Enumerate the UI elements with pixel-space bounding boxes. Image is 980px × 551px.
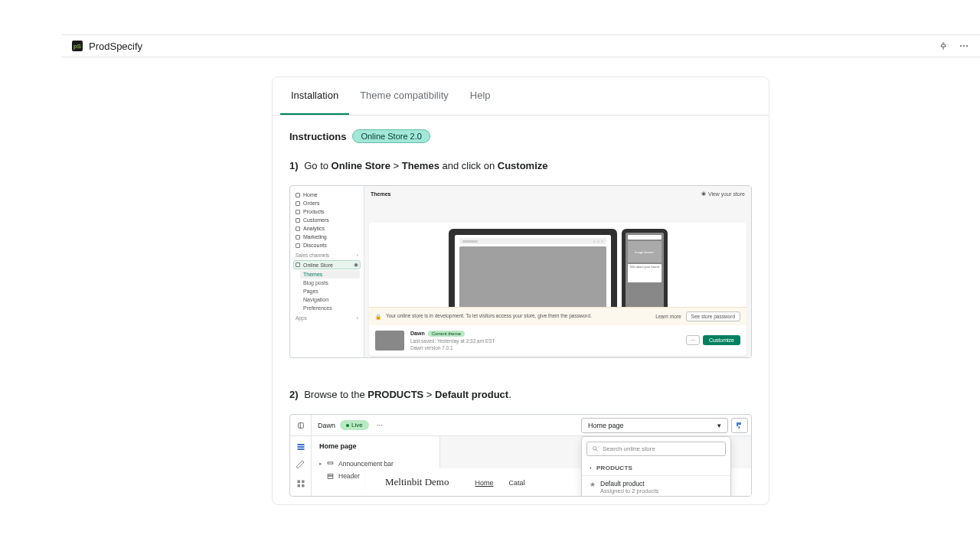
top-spacer — [0, 0, 980, 34]
search-input: Search online store — [586, 442, 726, 456]
chevron-left-icon: ‹ — [590, 465, 592, 471]
dropdown-option: ★ Default productAssigned to 2 products — [582, 476, 730, 497]
svg-rect-13 — [328, 474, 333, 475]
preview-nav-home: Home — [475, 479, 493, 487]
nav-home: Home — [294, 191, 360, 199]
step-1-pre: Go to — [304, 160, 331, 171]
customize-button: Customize — [703, 335, 740, 345]
svg-rect-7 — [297, 448, 304, 450]
svg-point-0 — [960, 45, 962, 47]
page-select: Home page▾ — [581, 418, 728, 433]
shot1-title: Themes — [371, 191, 390, 197]
tab-theme-compat[interactable]: Theme compatibility — [349, 77, 459, 115]
step-1-num: 1) — [289, 160, 299, 171]
announcement-icon — [327, 461, 334, 468]
step-2-pre: Browse to the — [304, 389, 368, 400]
svg-rect-3 — [298, 422, 303, 428]
svg-rect-12 — [328, 461, 333, 463]
tab-installation[interactable]: Installation — [280, 77, 349, 115]
svg-rect-6 — [297, 446, 304, 448]
header-icon — [327, 473, 334, 480]
notice-btn: See store password — [686, 311, 740, 321]
live-badge: Live — [340, 420, 369, 430]
svg-rect-8 — [297, 481, 300, 484]
tabs: Installation Theme compatibility Help — [273, 77, 769, 116]
theme-name: Dawn — [410, 330, 425, 337]
eye-icon: ◉ — [354, 262, 358, 268]
back-icon — [290, 415, 312, 435]
app-name: ProdSpecify — [89, 41, 142, 52]
chevron-down-icon: ▾ — [717, 422, 721, 429]
screenshot-1: Home Orders Products Customers Analytics… — [289, 185, 752, 358]
theme-badge: Current theme — [428, 331, 465, 337]
opt-title: Default product — [600, 480, 658, 487]
nav-customers: Customers — [294, 216, 360, 224]
svg-rect-14 — [328, 476, 333, 478]
nav-marketing: Marketing — [294, 233, 360, 241]
search-icon — [592, 445, 599, 452]
nav-products: Products — [294, 207, 360, 216]
tab-help[interactable]: Help — [459, 77, 501, 115]
svg-rect-4 — [739, 426, 740, 429]
nav-analytics: Analytics — [294, 224, 360, 233]
star-icon: ★ — [590, 481, 596, 488]
device-desktop — [449, 229, 617, 307]
notice-text: Your online store is in development. To … — [386, 313, 651, 319]
nav-apps: Apps› — [294, 312, 360, 322]
page-select-dropdown: Search online store ‹PRODUCTS ★ Default … — [581, 436, 731, 497]
mobile-text: Talk about your brand — [628, 264, 662, 282]
theme-row: DawnCurrent theme Last saved: Yesterday … — [369, 325, 746, 356]
shot1-sidebar: Home Orders Products Customers Analytics… — [290, 186, 364, 357]
nav-pages: Pages — [294, 287, 360, 295]
svg-rect-5 — [297, 444, 304, 445]
device-mobile: Image banner Talk about your brand — [622, 229, 668, 307]
step-2-num: 2) — [289, 389, 299, 400]
view-store: ◉View your store — [701, 191, 745, 197]
svg-point-1 — [963, 45, 965, 47]
sections-icon — [296, 442, 305, 452]
svg-rect-10 — [297, 484, 300, 487]
opt-sub: Assigned to 2 products — [600, 487, 658, 494]
theme-more: ··· — [686, 335, 700, 345]
editor-more: ··· — [377, 421, 383, 429]
step-1-b1: Online Store — [332, 160, 390, 171]
lock-icon: 🔒 — [375, 314, 381, 320]
svg-rect-9 — [302, 481, 305, 484]
step-1: 1) Go to Online Store > Themes and click… — [289, 160, 752, 171]
theme-version: Dawn version 7.0.1 — [410, 344, 680, 351]
section-title: Instructions — [289, 131, 346, 142]
shot1-main: Themes ◉View your store — [364, 186, 751, 357]
pin-icon[interactable] — [939, 41, 948, 51]
dev-notice: 🔒 Your online store is in development. T… — [369, 307, 746, 325]
svg-rect-11 — [302, 484, 305, 487]
step-2-end: . — [508, 389, 511, 400]
nav-orders: Orders — [294, 199, 360, 207]
nav-prefs: Preferences — [294, 304, 360, 312]
dropdown-crumb: ‹PRODUCTS — [582, 461, 730, 476]
nav-online-store: Online Store◉ — [293, 260, 361, 269]
notice-link: Learn more — [655, 314, 681, 319]
nav-discounts: Discounts — [294, 241, 360, 249]
tool-column — [290, 436, 312, 497]
nav-sales-head: Sales channels› — [294, 249, 360, 259]
brush-icon — [296, 461, 305, 470]
paint-icon — [731, 418, 748, 433]
app-bar: pS ProdSpecify — [61, 34, 980, 57]
step-1-b2: Themes — [402, 160, 439, 171]
sections-title: Home page — [319, 442, 432, 450]
step-1-b3: Customize — [498, 160, 548, 171]
os20-badge: Online Store 2.0 — [352, 129, 430, 143]
svg-point-15 — [593, 447, 597, 451]
nav-navigation: Navigation — [294, 295, 360, 304]
store-brand: Meltinbit Demo — [385, 476, 449, 488]
step-2-gt: > — [423, 389, 435, 400]
app-logo: pS — [72, 41, 83, 51]
more-icon[interactable] — [959, 41, 969, 51]
theme-saved: Last saved: Yesterday at 2:32 am EST — [410, 337, 680, 344]
theme-thumb — [375, 331, 404, 350]
step-2-b1: PRODUCTS — [368, 389, 423, 400]
step-1-mid: and click on — [439, 160, 498, 171]
nav-blog: Blog posts — [294, 279, 360, 287]
step-2-b2: Default product — [435, 389, 508, 400]
step-2: 2) Browse to the PRODUCTS > Default prod… — [289, 389, 752, 400]
